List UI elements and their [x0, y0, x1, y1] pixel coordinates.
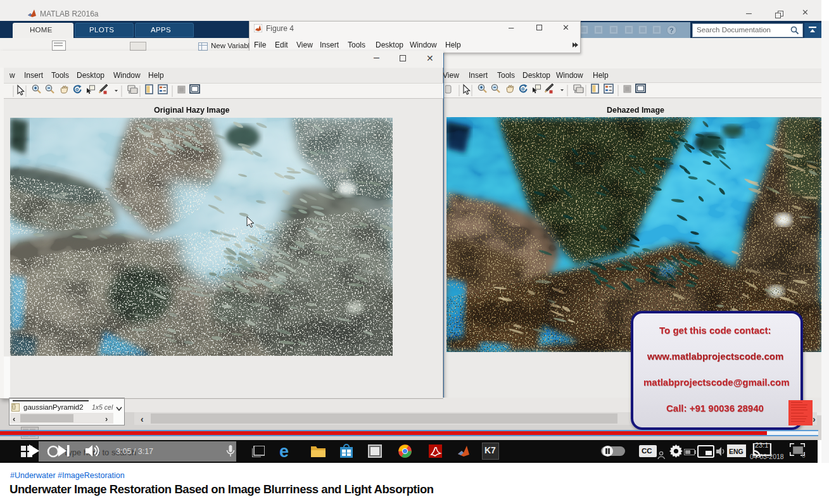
svg-text:?: ? — [669, 27, 674, 34]
